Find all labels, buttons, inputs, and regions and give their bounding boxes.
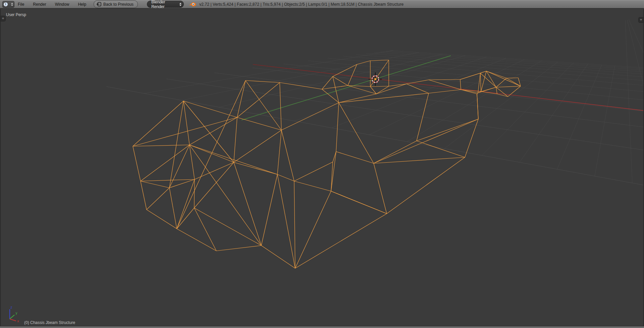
- mesh-wire-edge: [477, 93, 478, 94]
- view-persp-label: User Persp: [6, 12, 26, 17]
- mesh-wire-edge: [374, 157, 465, 163]
- mesh-wire-edge: [294, 181, 331, 191]
- mesh-wire-edge: [280, 83, 281, 130]
- mesh-wire-edge: [169, 179, 195, 188]
- mesh-wire-edge: [141, 181, 147, 210]
- grid-line-x: [390, 50, 643, 68]
- mesh-wire-edge: [234, 130, 281, 162]
- mesh-wire-edge: [277, 174, 295, 268]
- mesh-wire-edge: [246, 80, 281, 130]
- mesh-wire-edge: [194, 208, 261, 245]
- mesh-wire-edge: [376, 84, 407, 94]
- blender-logo-icon: [189, 1, 196, 7]
- mesh-wire-edge: [177, 208, 194, 229]
- expand-tool-shelf-button[interactable]: +: [1, 16, 6, 21]
- mesh-wire-edge: [195, 162, 234, 179]
- menu-file[interactable]: File: [18, 2, 24, 7]
- mesh-wire-edge: [141, 179, 195, 181]
- grid-line-y: [627, 20, 643, 190]
- grid-line-x: [106, 87, 643, 185]
- mesh-wire-edge: [407, 80, 429, 84]
- mesh-wire-edge: [295, 214, 387, 268]
- mesh-wire-edge: [331, 162, 333, 191]
- grid-line-y: [144, 51, 393, 94]
- mesh-wire-edge: [133, 146, 141, 181]
- mesh-wire-edge: [190, 145, 234, 162]
- mesh-wire-edge: [339, 94, 376, 103]
- mesh-wire-edge: [389, 84, 407, 86]
- mesh-wire-edge: [281, 103, 339, 130]
- back-to-previous-button[interactable]: Back to Previous: [94, 0, 138, 8]
- mesh-wire-edge: [374, 141, 417, 163]
- info-header: i File Render Window Help Back to Previo…: [0, 0, 644, 9]
- mesh-wire-edge: [234, 162, 277, 174]
- viewport-scene: [1, 9, 643, 324]
- viewport-3d[interactable]: User Persp (0) Chassis Jbeam Structure +…: [0, 9, 644, 326]
- render-engine-select[interactable]: Blender Render: [147, 1, 184, 8]
- mesh-wire-edge: [190, 117, 237, 145]
- mesh-wire-edge: [237, 117, 281, 130]
- menu-help[interactable]: Help: [78, 2, 86, 7]
- mesh-wire-edge: [141, 181, 169, 188]
- grid-line-y: [520, 64, 588, 162]
- mesh-wire-edge: [339, 93, 429, 103]
- menu-render[interactable]: Render: [33, 2, 46, 7]
- mesh-wire-edge: [194, 208, 216, 251]
- editor-type-arrows-icon: [11, 3, 13, 6]
- grid-line-y: [625, 20, 632, 183]
- mesh-wire-edge: [465, 119, 478, 157]
- mesh-wire-edge: [477, 94, 478, 119]
- mesh-wire-edge: [177, 80, 246, 229]
- mesh-wire-edge: [261, 245, 295, 268]
- mesh-wire-edge: [281, 130, 294, 181]
- mesh-wire-edge: [169, 188, 177, 229]
- mesh-wire-edge: [141, 145, 190, 181]
- mesh-wire-edge: [194, 179, 195, 208]
- mesh-wire-edge: [280, 83, 322, 89]
- grid-line-y: [629, 20, 643, 197]
- mesh-wire-edge: [407, 84, 429, 93]
- mesh-wire-edge: [331, 191, 387, 214]
- grid-line-y: [595, 66, 615, 176]
- scene-stats: v2.72 | Verts:5,424 | Faces:2,872 | Tris…: [199, 2, 404, 7]
- grid-line-x: [283, 64, 643, 100]
- mesh-wire-edge: [216, 245, 261, 251]
- mesh-wire-edge: [261, 174, 277, 245]
- mesh-wire-edge: [190, 145, 261, 245]
- mesh-wire-edge: [147, 188, 169, 210]
- editor-type-button[interactable]: i: [2, 1, 14, 8]
- mesh-wire-edge: [133, 145, 190, 146]
- mesh-wire-edge: [177, 179, 195, 229]
- mesh-wire-edge: [417, 119, 478, 141]
- mesh-wire-edge: [333, 64, 357, 76]
- mesh-wire-edge: [374, 163, 387, 214]
- grid-line-y: [482, 63, 574, 155]
- mesh-wire-edge: [348, 86, 376, 94]
- mesh-wire-edge: [336, 103, 339, 152]
- info-editor-icon: i: [4, 2, 8, 6]
- window-bottom-frame: [0, 326, 644, 328]
- mesh-wire-edge: [460, 79, 461, 90]
- select-arrows-icon: [179, 3, 181, 6]
- grid-line-x: [214, 73, 643, 127]
- mesh-wire-edge: [277, 174, 294, 181]
- mesh-wire-edge: [417, 93, 429, 141]
- mesh-wire-edge: [234, 162, 261, 245]
- grid-line-x: [380, 52, 643, 70]
- active-object-label: (0) Chassis Jbeam Structure: [24, 320, 75, 325]
- back-arrow-icon: [96, 2, 101, 6]
- menu-window[interactable]: Window: [55, 2, 69, 7]
- mesh-wire-edge: [387, 157, 465, 214]
- mesh-wire-edge: [234, 117, 237, 162]
- mesh-wire-edge: [194, 162, 234, 208]
- mesh-wire-edge: [295, 191, 331, 268]
- expand-properties-button[interactable]: +: [638, 17, 643, 23]
- mesh-wire-edge: [348, 64, 357, 86]
- mesh-wire-edge: [480, 73, 481, 92]
- mesh-wire-edge: [294, 162, 333, 181]
- mesh-wire-edge: [478, 73, 480, 93]
- blender-window: i File Render Window Help Back to Previo…: [0, 0, 644, 328]
- mesh-wire-edge: [147, 210, 177, 229]
- mesh-wire-edge: [190, 145, 277, 174]
- gizmo-y-label: y: [15, 311, 17, 315]
